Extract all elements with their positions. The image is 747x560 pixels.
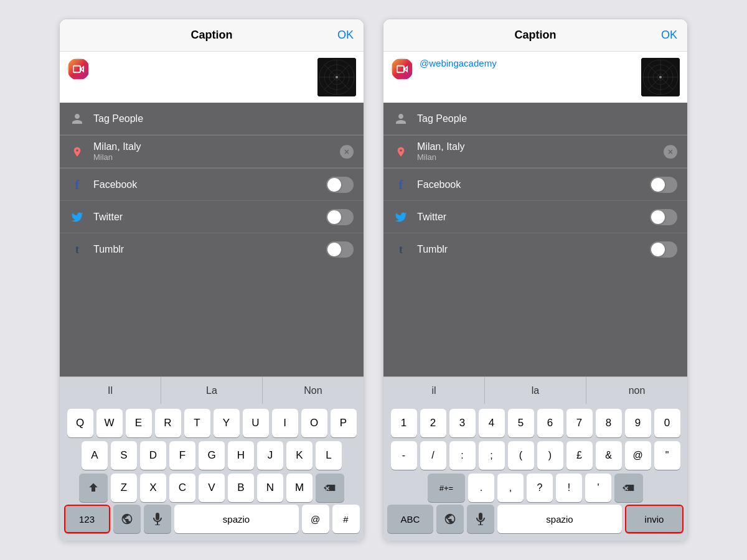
- key-7[interactable]: 7: [566, 409, 593, 437]
- key-u[interactable]: U: [243, 409, 269, 437]
- key-dot[interactable]: .: [468, 474, 494, 502]
- twitter-toggle-left[interactable]: [326, 209, 354, 225]
- key-v[interactable]: V: [199, 474, 225, 502]
- tumblr-toggle-right[interactable]: [650, 241, 677, 258]
- location-row-left[interactable]: Milan, Italy Milan: [60, 136, 364, 168]
- key-3[interactable]: 3: [449, 409, 476, 437]
- caption-input-right[interactable]: @webingacademy: [413, 58, 641, 68]
- tumblr-row-left[interactable]: t Tumblr: [60, 233, 364, 266]
- location-clear-left[interactable]: [340, 145, 354, 159]
- key-comma[interactable]: ,: [497, 474, 524, 502]
- key-invio-right[interactable]: invio: [625, 505, 684, 533]
- key-colon[interactable]: :: [449, 441, 476, 470]
- key-a[interactable]: A: [82, 441, 108, 470]
- key-shift[interactable]: [79, 474, 108, 502]
- num-keyboard-rows: 1 2 3 4 5 6 7 8 9 0 - / : ; ( ) £ &: [383, 404, 687, 505]
- key-r[interactable]: R: [155, 409, 181, 437]
- ok-button-left[interactable]: OK: [337, 29, 354, 42]
- location-clear-right[interactable]: [664, 145, 677, 159]
- key-at-sym[interactable]: @: [625, 441, 651, 470]
- twitter-toggle-right[interactable]: [650, 209, 677, 225]
- location-row-right[interactable]: Milan, Italy Milan: [383, 136, 687, 168]
- twitter-row-left[interactable]: Twitter: [60, 201, 364, 233]
- key-l[interactable]: L: [316, 441, 342, 470]
- key-delete-left[interactable]: [316, 474, 344, 502]
- key-8[interactable]: 8: [596, 409, 622, 437]
- key-dash[interactable]: -: [391, 441, 417, 470]
- caption-area-left[interactable]: [60, 52, 364, 103]
- key-t[interactable]: T: [184, 409, 210, 437]
- key-1[interactable]: 1: [391, 409, 417, 437]
- key-hashplus[interactable]: #+=: [428, 474, 465, 502]
- key-at-left[interactable]: @: [302, 505, 329, 533]
- caption-area-right[interactable]: @webingacademy: [383, 52, 687, 103]
- key-space-left[interactable]: spazio: [174, 505, 299, 533]
- key-slash[interactable]: /: [420, 441, 446, 470]
- key-s[interactable]: S: [111, 441, 137, 470]
- key-g[interactable]: G: [199, 441, 225, 470]
- key-z[interactable]: Z: [111, 474, 137, 502]
- key-f[interactable]: F: [169, 441, 195, 470]
- key-4[interactable]: 4: [479, 409, 505, 437]
- key-h[interactable]: H: [228, 441, 254, 470]
- key-pound[interactable]: £: [566, 441, 593, 470]
- key-m[interactable]: M: [286, 474, 312, 502]
- key-w[interactable]: W: [96, 409, 123, 437]
- key-exclaim[interactable]: !: [556, 474, 582, 502]
- key-5[interactable]: 5: [508, 409, 534, 437]
- tumblr-row-right[interactable]: t Tumblr: [383, 233, 687, 266]
- key-k[interactable]: K: [286, 441, 312, 470]
- key-amp[interactable]: &: [596, 441, 622, 470]
- suggestion-non-right[interactable]: non: [586, 377, 687, 404]
- key-d[interactable]: D: [140, 441, 166, 470]
- key-o[interactable]: O: [301, 409, 327, 437]
- key-quote[interactable]: ": [654, 441, 680, 470]
- key-mic-right[interactable]: [467, 505, 494, 533]
- ok-button-right[interactable]: OK: [661, 29, 677, 42]
- facebook-row-right[interactable]: f Facebook: [383, 169, 687, 201]
- facebook-toggle-left[interactable]: [326, 177, 354, 193]
- key-abc-right[interactable]: ABC: [387, 505, 433, 533]
- key-semicolon[interactable]: ;: [479, 441, 505, 470]
- key-apos[interactable]: ': [585, 474, 611, 502]
- key-rparen[interactable]: ): [537, 441, 563, 470]
- key-2[interactable]: 2: [420, 409, 446, 437]
- key-c[interactable]: C: [169, 474, 195, 502]
- facebook-toggle-right[interactable]: [650, 177, 677, 193]
- key-x[interactable]: X: [140, 474, 166, 502]
- suggestion-la-right[interactable]: la: [485, 377, 586, 404]
- key-e[interactable]: E: [126, 409, 152, 437]
- key-y[interactable]: Y: [214, 409, 240, 437]
- key-space-right[interactable]: spazio: [497, 505, 622, 533]
- key-mic-left[interactable]: [144, 505, 171, 533]
- key-j[interactable]: J: [257, 441, 283, 470]
- key-123-left[interactable]: 123: [64, 505, 110, 533]
- svg-point-26: [659, 76, 662, 78]
- location-main-left: Milan, Italy: [93, 141, 340, 152]
- key-globe-right[interactable]: [436, 505, 464, 533]
- key-n[interactable]: N: [257, 474, 283, 502]
- key-hash-left[interactable]: #: [332, 505, 360, 533]
- tumblr-toggle-left[interactable]: [326, 241, 354, 258]
- key-9[interactable]: 9: [625, 409, 651, 437]
- key-globe-left[interactable]: [113, 505, 141, 533]
- key-question[interactable]: ?: [527, 474, 553, 502]
- key-delete-right[interactable]: [614, 474, 643, 502]
- suggestion-non-left[interactable]: Non: [263, 377, 364, 404]
- suggestion-il-left[interactable]: Il: [60, 377, 161, 404]
- tag-people-row-left[interactable]: Tag People: [60, 103, 364, 135]
- twitter-row-right[interactable]: Twitter: [383, 201, 687, 233]
- keyboard-bottom-padding-right: [383, 537, 687, 541]
- key-0[interactable]: 0: [654, 409, 680, 437]
- key-q[interactable]: Q: [67, 409, 93, 437]
- suggestion-la-left[interactable]: La: [161, 377, 263, 404]
- key-6[interactable]: 6: [537, 409, 563, 437]
- key-b[interactable]: B: [228, 474, 254, 502]
- key-p[interactable]: P: [331, 409, 357, 437]
- suggestion-il-right[interactable]: il: [383, 377, 485, 404]
- svg-rect-29: [479, 513, 482, 520]
- key-i[interactable]: I: [272, 409, 298, 437]
- tag-people-row-right[interactable]: Tag People: [383, 103, 687, 135]
- facebook-row-left[interactable]: f Facebook: [60, 169, 364, 201]
- key-lparen[interactable]: (: [508, 441, 534, 470]
